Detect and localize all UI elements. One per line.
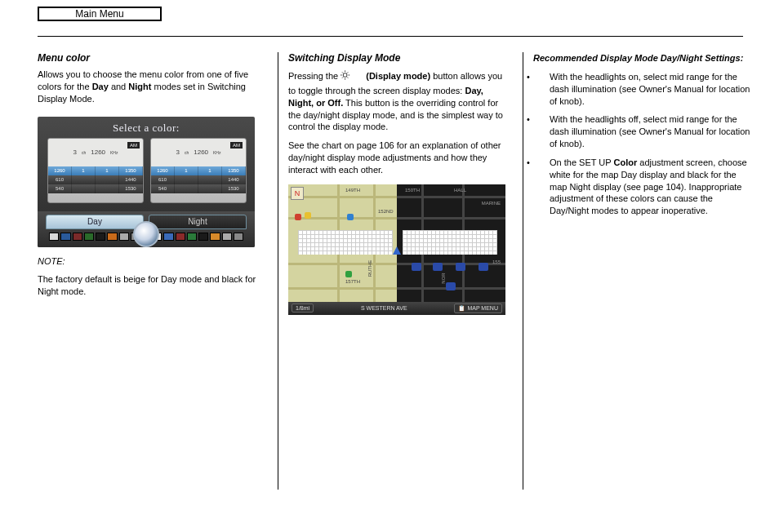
vehicle-position-icon: [393, 246, 401, 255]
svg-line-7: [342, 77, 343, 78]
menu-color-heading: Menu color: [38, 52, 268, 64]
svg-point-0: [343, 73, 347, 78]
bullet-2: •With the headlights off, select mid ran…: [550, 113, 753, 150]
select-color-title: Select a color:: [38, 117, 255, 135]
day-color-swatches[interactable]: [49, 233, 140, 241]
night-label-box: [403, 230, 497, 255]
map-scale[interactable]: 1/8mi: [292, 304, 314, 313]
map-split-screenshot: N 149TH 152ND RUTHE 157TH 150TH MARINE H…: [288, 184, 505, 315]
select-color-screenshot: Select a color: 3ch 1260KHz AM 126011135…: [38, 117, 255, 247]
map-street-name: S WESTERN AVE: [361, 305, 407, 311]
color-panel-night: 3ch 1260KHz AM 1260111350 6101440 540153…: [150, 138, 247, 203]
svg-line-5: [342, 72, 343, 73]
note-label: NOTE:: [38, 255, 268, 268]
column-middle: Switching Display Mode Pressing the (Dis…: [278, 52, 508, 490]
bottom-bar: Day Night: [38, 211, 255, 247]
switching-para-2: See the chart on page 106 for an explana…: [288, 140, 508, 176]
bullet-3: •On the SET UP Color adjustment screen, …: [550, 157, 753, 217]
column-left: Menu color Allows you to choose the menu…: [38, 52, 268, 304]
menu-color-paragraph: Allows you to choose the menu color from…: [38, 69, 268, 105]
compass-icon: N: [291, 187, 304, 200]
map-bottom-bar: 1/8mi S WESTERN AVE 📋 MAP MENU: [288, 302, 505, 315]
recommended-heading: Recommended Display Mode Day/Night Setti…: [533, 52, 753, 64]
rotary-knob-icon[interactable]: [133, 221, 159, 247]
day-tab[interactable]: Day: [46, 215, 144, 229]
color-panel-day: 3ch 1260KHz AM 1260111350 6101440 540153…: [47, 138, 144, 203]
map-menu-button[interactable]: 📋 MAP MENU: [454, 304, 502, 313]
svg-line-6: [347, 77, 348, 78]
column-right: Recommended Display Mode Day/Night Setti…: [523, 52, 753, 490]
note-text: The factory default is beige for Day mod…: [38, 273, 268, 298]
switching-para-1: Pressing the (Display mode) button allow…: [288, 69, 508, 133]
main-menu-button[interactable]: Main Menu: [38, 7, 162, 21]
switching-display-heading: Switching Display Mode: [288, 52, 508, 64]
bullet-1: •With the headlights on, select mid rang…: [550, 71, 753, 108]
day-label-box: [298, 230, 393, 255]
display-mode-icon: [341, 69, 360, 85]
header-divider: [38, 36, 743, 37]
night-tab[interactable]: Night: [149, 215, 247, 229]
svg-line-8: [347, 72, 348, 73]
night-color-swatches[interactable]: [152, 233, 243, 241]
